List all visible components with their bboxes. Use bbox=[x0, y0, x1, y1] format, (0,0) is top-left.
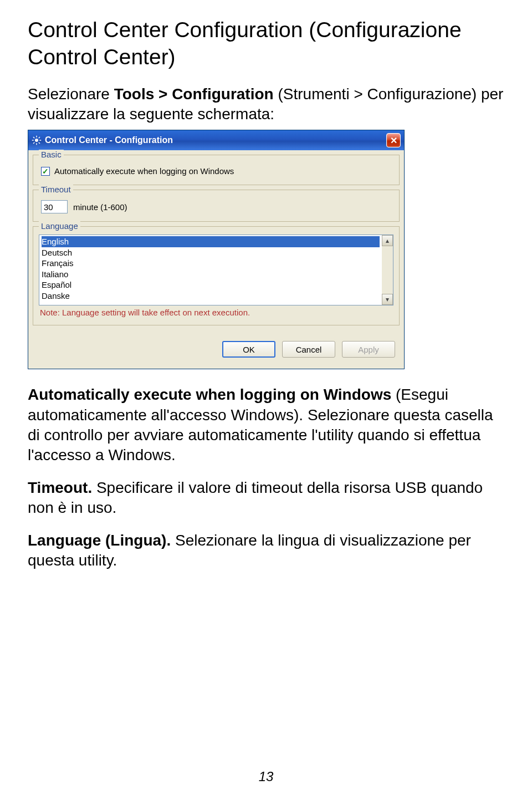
list-item[interactable]: Français bbox=[42, 258, 380, 269]
scroll-down-button[interactable]: ▾ bbox=[382, 294, 393, 305]
chevron-down-icon: ▾ bbox=[386, 295, 389, 303]
gear-icon bbox=[32, 135, 42, 145]
svg-point-0 bbox=[35, 139, 38, 142]
titlebar[interactable]: Control Center - Configuration ✕ bbox=[28, 130, 404, 150]
timeout-unit: minute (1-600) bbox=[73, 202, 127, 212]
group-basic: Basic ✓ Automatically execute when loggi… bbox=[33, 155, 400, 185]
auto-execute-label: Automatically execute when logging on Wi… bbox=[54, 166, 234, 176]
apply-button[interactable]: Apply bbox=[342, 341, 395, 358]
close-button[interactable]: ✕ bbox=[386, 133, 401, 147]
p2-rest: Specificare il valore di timeout della r… bbox=[28, 479, 483, 516]
language-note: Note: Language setting will take effect … bbox=[39, 305, 393, 319]
close-icon: ✕ bbox=[390, 135, 397, 146]
list-item[interactable]: Español bbox=[42, 279, 380, 291]
scroll-up-button[interactable]: ▴ bbox=[382, 235, 393, 246]
list-item[interactable]: Deutsch bbox=[42, 247, 380, 258]
language-items[interactable]: English Deutsch Français Italiano Españo… bbox=[39, 235, 382, 305]
paragraph-auto-execute: Automatically execute when logging on Wi… bbox=[28, 385, 504, 466]
list-item[interactable]: Italiano bbox=[42, 269, 380, 280]
chevron-up-icon: ▴ bbox=[386, 237, 389, 244]
group-language: Language English Deutsch Français Italia… bbox=[33, 226, 400, 325]
svg-line-5 bbox=[33, 137, 34, 138]
dialog-buttons: OK Cancel Apply bbox=[33, 330, 400, 363]
dialog-client: Basic ✓ Automatically execute when loggi… bbox=[28, 150, 404, 369]
scrollbar[interactable]: ▴ ▾ bbox=[382, 235, 393, 305]
p1-bold: Automatically execute when logging on Wi… bbox=[28, 386, 391, 403]
auto-execute-row[interactable]: ✓ Automatically execute when logging on … bbox=[39, 163, 393, 179]
page-title: Control Center Configuration (Configuraz… bbox=[28, 17, 504, 71]
group-language-legend: Language bbox=[39, 221, 80, 231]
screenshot-figure: Control Center - Configuration ✕ Basic ✓… bbox=[28, 130, 504, 369]
intro-prefix: Selezionare bbox=[28, 85, 114, 103]
group-timeout-legend: Timeout bbox=[39, 185, 73, 194]
cancel-button[interactable]: Cancel bbox=[282, 341, 335, 358]
paragraph-timeout: Timeout. Specificare il valore di timeou… bbox=[28, 478, 504, 518]
auto-execute-checkbox[interactable]: ✓ bbox=[41, 167, 50, 176]
list-item[interactable]: English bbox=[42, 236, 380, 247]
svg-line-7 bbox=[33, 142, 34, 144]
timeout-input[interactable] bbox=[41, 200, 68, 213]
list-item[interactable]: Danske bbox=[42, 291, 380, 302]
paragraph-language: Language (Lingua). Selezionare la lingua… bbox=[28, 531, 504, 571]
dialog-title: Control Center - Configuration bbox=[45, 135, 173, 145]
p3-bold: Language (Lingua). bbox=[28, 532, 171, 549]
intro-bold: Tools > Configuration bbox=[114, 85, 274, 103]
dialog-window: Control Center - Configuration ✕ Basic ✓… bbox=[28, 130, 405, 369]
group-timeout: Timeout minute (1-600) bbox=[33, 190, 400, 222]
p2-bold: Timeout. bbox=[28, 479, 92, 496]
page-number: 13 bbox=[0, 769, 532, 784]
svg-line-8 bbox=[39, 137, 40, 138]
group-basic-legend: Basic bbox=[39, 150, 64, 159]
language-listbox[interactable]: English Deutsch Français Italiano Españo… bbox=[39, 235, 393, 305]
intro-paragraph: Selezionare Tools > Configuration (Strum… bbox=[28, 84, 504, 125]
ok-button[interactable]: OK bbox=[222, 341, 275, 358]
svg-line-6 bbox=[39, 142, 40, 144]
